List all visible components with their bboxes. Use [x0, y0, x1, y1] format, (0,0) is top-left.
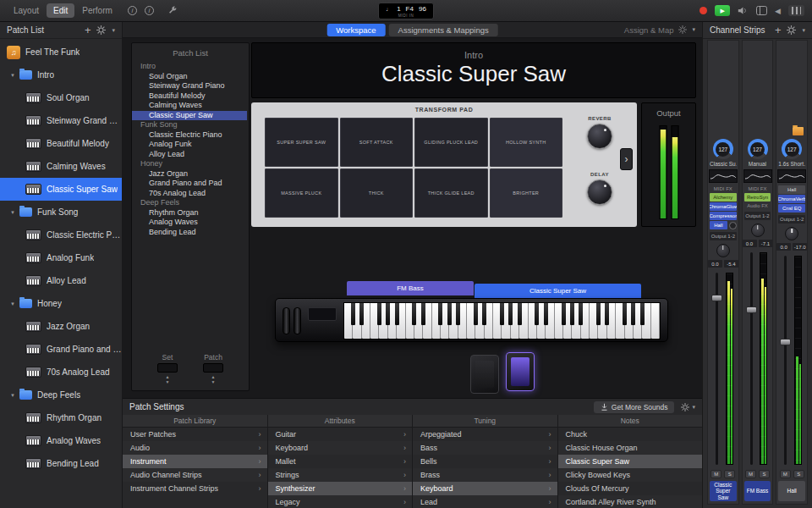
send-slot[interactable]: Hall [710, 221, 737, 229]
library-item[interactable]: Arpeggiated› [413, 428, 557, 441]
mute-button[interactable]: M [710, 470, 721, 478]
patch-row[interactable]: Classic Super Saw [0, 178, 122, 201]
plugin-slot[interactable]: Compressor [710, 212, 737, 220]
set-down-button[interactable]: ▼ [166, 379, 170, 384]
mini-patch-name[interactable]: Soul Organ [140, 72, 247, 82]
black-key[interactable] [500, 303, 504, 325]
reverb-knob[interactable] [587, 124, 612, 149]
mini-patch-name[interactable]: Classic Electric Piano [140, 130, 247, 141]
mute-button[interactable]: M [745, 470, 756, 478]
plugin-slot[interactable]: ChromaGlow [710, 202, 737, 211]
send-knob[interactable] [729, 222, 737, 229]
library-item[interactable]: Instrument› [123, 455, 267, 468]
chevron-down-icon[interactable]: ▾ [112, 27, 115, 34]
black-key[interactable] [351, 303, 355, 325]
add-channel-strip-button[interactable]: + [775, 26, 782, 35]
disclosure-triangle-icon[interactable]: ▼ [10, 73, 16, 78]
patch-row[interactable]: Analog Waves [0, 429, 122, 452]
plugin-slot[interactable]: Cnsl EQ [778, 204, 805, 213]
patch-value-box[interactable] [203, 363, 223, 373]
black-key[interactable] [395, 303, 399, 325]
library-item[interactable]: Synthesizer› [268, 482, 413, 495]
master-volume-icon[interactable] [738, 6, 749, 15]
black-key[interactable] [474, 303, 478, 325]
black-key[interactable] [544, 303, 548, 325]
library-item[interactable]: Clicky Bowed Keys [558, 468, 703, 482]
black-key[interactable] [482, 303, 486, 325]
chevron-down-icon[interactable]: ▾ [692, 26, 695, 33]
black-key[interactable] [508, 303, 513, 325]
solo-button[interactable]: S [793, 470, 804, 478]
black-key[interactable] [605, 303, 609, 325]
gear-icon[interactable] [678, 25, 687, 34]
patch-row[interactable]: Grand Piano and Pad [0, 338, 122, 361]
layer-fm-bass[interactable]: FM Bass [347, 281, 474, 295]
mini-patch-name[interactable]: Alloy Lead [140, 150, 247, 160]
black-key[interactable] [623, 303, 627, 325]
midi-value-knob[interactable]: 127 [748, 139, 768, 159]
patch-row[interactable]: Analog Funk [0, 246, 122, 269]
library-item[interactable]: Audio› [123, 441, 267, 455]
black-key[interactable] [412, 303, 416, 325]
patch-row[interactable]: Jazz Organ [0, 315, 122, 338]
channel-setting-name[interactable]: Manual [749, 161, 766, 167]
patch-down-button[interactable]: ▼ [211, 379, 216, 384]
solo-button[interactable]: S [759, 470, 770, 478]
patch-row[interactable]: Beautiful Melody [0, 132, 122, 155]
delay-knob[interactable] [587, 179, 612, 205]
mini-set-name[interactable]: Intro [140, 62, 247, 72]
layout-mode-button[interactable]: Layout [7, 3, 46, 18]
expression-pedal[interactable] [506, 352, 535, 391]
patch-row[interactable]: Classic Electric Piano [0, 224, 122, 246]
mini-set-name[interactable]: Honey [140, 159, 247, 169]
black-key[interactable] [631, 303, 635, 325]
gear-icon[interactable] [787, 25, 796, 35]
patch-row[interactable]: Rhythm Organ [0, 406, 122, 429]
patch-row[interactable]: Bending Lead [0, 452, 122, 475]
mini-patch-name[interactable]: Analog Waves [140, 218, 247, 228]
output-slot[interactable]: Output 1-2 [778, 215, 805, 224]
transform-pad-cell[interactable]: BRIGHTER [490, 168, 563, 218]
mini-patch-name[interactable]: Steinway Grand Piano [140, 81, 247, 91]
library-item[interactable]: Mallet› [268, 455, 413, 468]
library-item[interactable]: Legacy› [268, 495, 413, 508]
transform-pad-cell[interactable]: SOFT ATTACK [340, 118, 414, 167]
mini-patch-name[interactable]: Jazz Organ [140, 169, 247, 179]
next-panel-button[interactable]: › [620, 148, 633, 170]
mini-set-name[interactable]: Deep Feels [140, 198, 247, 208]
mini-patch-name[interactable]: Classic Super Saw [132, 111, 247, 121]
pitch-wheel[interactable] [283, 307, 290, 334]
channel-setting-name[interactable]: Classic Su… [710, 161, 737, 167]
black-key[interactable] [421, 303, 425, 325]
chevron-down-icon[interactable]: ▾ [692, 404, 695, 411]
sustain-pedal[interactable] [470, 355, 499, 394]
eq-display[interactable] [777, 169, 806, 183]
perform-mode-button[interactable]: Perform [75, 3, 119, 18]
tab-assignments-mappings[interactable]: Assignments & Mappings [389, 24, 498, 36]
set-row[interactable]: ▼Funk Song [0, 201, 122, 224]
black-key[interactable] [562, 303, 566, 325]
settings-folder-icon[interactable] [793, 127, 804, 135]
black-key[interactable] [570, 303, 574, 325]
tuner-wrench-icon[interactable] [167, 6, 178, 16]
transform-pad-cell[interactable]: SUPER SUPER SAW [265, 118, 338, 167]
patch-row[interactable]: Steinway Grand Piano [0, 109, 122, 132]
transform-pad-cell[interactable]: MASSIVE PLUCK [265, 168, 338, 218]
library-item[interactable]: Keyboard› [413, 482, 557, 495]
panel-toggle-icon[interactable] [756, 6, 767, 15]
mini-patch-name[interactable]: Bending Lead [140, 228, 247, 238]
transform-pad-cell[interactable]: HOLLOW SYNTH [490, 118, 563, 167]
library-item[interactable]: Brass› [413, 468, 557, 482]
black-key[interactable] [456, 303, 460, 325]
white-key[interactable] [651, 303, 660, 339]
mini-patch-name[interactable]: Beautiful Melody [140, 91, 247, 102]
library-item[interactable]: Strings› [268, 468, 413, 482]
library-item[interactable]: Audio Channel Strips› [123, 468, 267, 482]
mini-patch-name[interactable]: 70s Analog Lead [140, 189, 247, 199]
patch-row[interactable]: Calming Waves [0, 155, 122, 178]
back-arrow-icon[interactable]: ◀ [775, 7, 781, 15]
record-button[interactable] [700, 7, 707, 14]
library-item[interactable]: Cortlandt Alley River Synth [558, 495, 703, 508]
library-item[interactable]: Bass› [413, 441, 557, 455]
plugin-slot[interactable]: Alchemy [710, 193, 737, 202]
